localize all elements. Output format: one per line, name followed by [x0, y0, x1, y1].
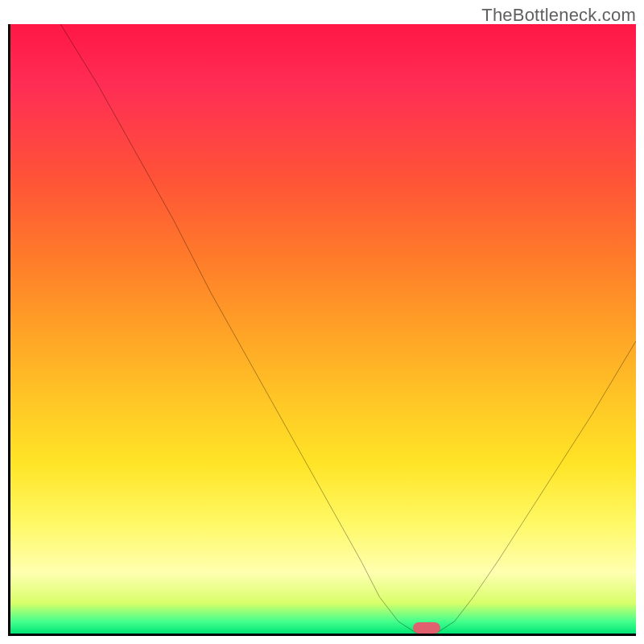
optimal-marker: [413, 622, 440, 634]
plot-area: [8, 24, 636, 636]
watermark-text: TheBottleneck.com: [481, 5, 636, 26]
gradient-background: [10, 24, 636, 634]
